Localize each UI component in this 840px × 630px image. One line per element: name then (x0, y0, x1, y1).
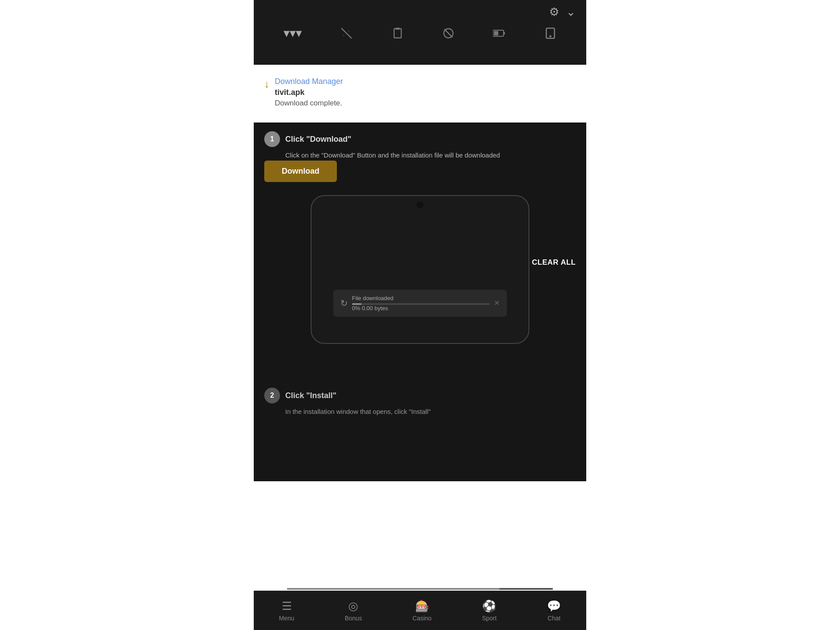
nav-item-chat[interactable]: 💬 Chat (540, 596, 568, 625)
status-bar-top: ⚙ ⌄ (254, 0, 586, 22)
svg-line-0 (342, 28, 352, 38)
top-right-icons: ⚙ ⌄ (549, 5, 576, 19)
menu-icon: ☰ (282, 599, 292, 613)
casino-icon: 🎰 (415, 599, 429, 613)
clipboard-icon (392, 27, 404, 39)
step2-area: 2 Click "Install" In the installation wi… (254, 381, 586, 424)
step1-area: 1 Click "Download" Click on the "Downloa… (254, 122, 586, 165)
step1-header: 1 Click "Download" (264, 131, 576, 147)
svg-rect-1 (394, 28, 401, 38)
main-container: ⚙ ⌄ ▾▾▾ ↓ Dow (254, 0, 586, 630)
tablet-icon (544, 27, 556, 39)
download-notification: ↓ Download Manager tivit.apk Download co… (264, 70, 576, 111)
svg-rect-7 (494, 31, 498, 35)
status-bar: ⚙ ⌄ ▾▾▾ (254, 0, 586, 65)
step2-circle: 2 (264, 388, 280, 403)
bottom-navigation: ☰ Menu ◎ Bonus 🎰 Casino ⚽ Sport 💬 Chat (254, 591, 586, 630)
chevron-down-icon[interactable]: ⌄ (566, 5, 576, 19)
progress-label: File downloaded (352, 295, 490, 301)
nav-label-menu: Menu (279, 615, 294, 622)
download-progress-container: ↻ File downloaded 0% 0.00 bytes ✕ (333, 290, 507, 317)
no-signal-icon (442, 27, 455, 39)
scroll-fill (287, 588, 500, 590)
step1-circle: 1 (264, 131, 280, 147)
step2-header: 2 Click "Install" (264, 388, 576, 403)
progress-sublabel: 0% 0.00 bytes (352, 305, 490, 312)
scroll-bar (287, 588, 553, 590)
svg-line-4 (444, 29, 453, 37)
step1-number: 1 (270, 135, 274, 143)
step1-title: Click "Download" (285, 135, 351, 144)
nav-item-menu[interactable]: ☰ Menu (272, 596, 301, 625)
svg-rect-2 (396, 28, 399, 30)
phone-notch (416, 201, 424, 208)
nav-item-casino[interactable]: 🎰 Casino (406, 596, 439, 625)
wifi-icon: ▾▾▾ (284, 26, 302, 40)
download-manager-icon: ↓ (264, 78, 270, 90)
step2-title: Click "Install" (285, 391, 336, 400)
battery-icon (493, 29, 505, 38)
sport-icon: ⚽ (482, 599, 496, 613)
svg-rect-6 (504, 32, 505, 35)
status-bar-icons-row: ▾▾▾ (254, 22, 586, 44)
nav-label-sport: Sport (482, 615, 497, 622)
download-status: Download complete. (275, 99, 343, 108)
step2-number: 2 (270, 392, 274, 399)
progress-download-icon: ↻ (340, 298, 348, 308)
download-filename: tivit.apk (275, 88, 343, 97)
notification-text: Download Manager tivit.apk Download comp… (275, 77, 343, 108)
right-whitespace (626, 0, 840, 630)
clear-all-button[interactable]: CLEAR ALL (532, 258, 576, 267)
nav-label-chat: Chat (548, 615, 561, 622)
step2-description: In the installation window that opens, c… (264, 407, 576, 417)
nav-label-bonus: Bonus (345, 615, 362, 622)
nav-label-casino: Casino (413, 615, 432, 622)
download-manager-title: Download Manager (275, 77, 343, 86)
notification-panel: ↓ Download Manager tivit.apk Download co… (254, 65, 586, 116)
dark-content-area: CLEAR ALL 1 Click "Download" Click on th… (254, 122, 586, 481)
progress-text: File downloaded 0% 0.00 bytes (352, 295, 490, 312)
step1-description: Click on the "Download" Button and the i… (264, 150, 576, 161)
left-whitespace (0, 0, 254, 630)
phone-mockup: ↻ File downloaded 0% 0.00 bytes ✕ (311, 195, 529, 344)
nav-item-sport[interactable]: ⚽ Sport (475, 596, 504, 625)
chat-icon: 💬 (547, 599, 561, 613)
gear-icon[interactable]: ⚙ (549, 5, 559, 19)
bonus-icon: ◎ (348, 599, 358, 613)
download-button[interactable]: Download (264, 161, 337, 182)
mobile-data-icon (340, 27, 353, 39)
svg-point-9 (550, 35, 551, 36)
progress-close-icon[interactable]: ✕ (494, 299, 500, 307)
nav-item-bonus[interactable]: ◎ Bonus (338, 596, 369, 625)
